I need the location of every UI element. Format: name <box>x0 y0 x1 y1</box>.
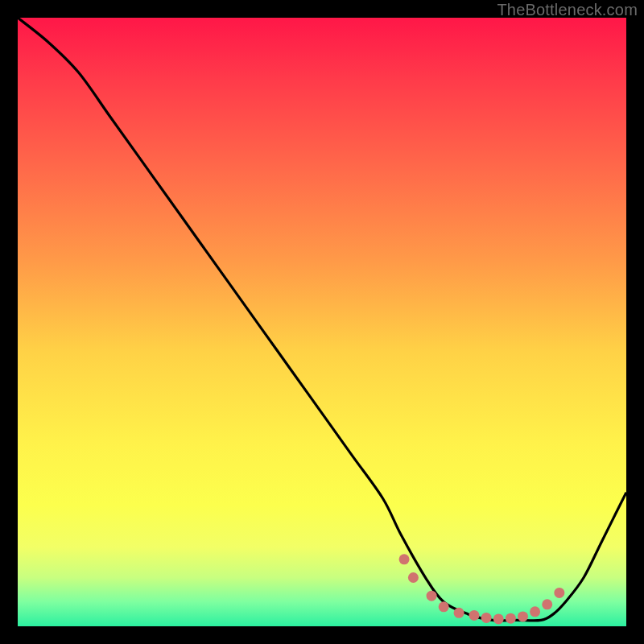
optimal-range-dots <box>399 554 565 624</box>
optimal-dot <box>493 613 504 624</box>
optimal-dot <box>530 606 540 617</box>
optimal-dot <box>481 613 492 623</box>
plot-area <box>18 18 626 626</box>
watermark-text: TheBottleneck.com <box>497 2 638 18</box>
optimal-dot <box>399 554 410 564</box>
chart-stage: TheBottleneck.com <box>0 0 644 644</box>
optimal-dot <box>439 601 449 612</box>
optimal-dot <box>554 588 564 598</box>
optimal-dot <box>408 572 419 583</box>
optimal-dot <box>542 599 552 609</box>
optimal-dot <box>518 611 528 621</box>
bottleneck-curve-path <box>18 18 626 621</box>
optimal-dot <box>469 610 480 621</box>
optimal-dot <box>427 591 437 601</box>
bottleneck-curve-svg <box>18 18 626 626</box>
optimal-dot <box>506 613 516 624</box>
optimal-dot <box>454 608 464 618</box>
